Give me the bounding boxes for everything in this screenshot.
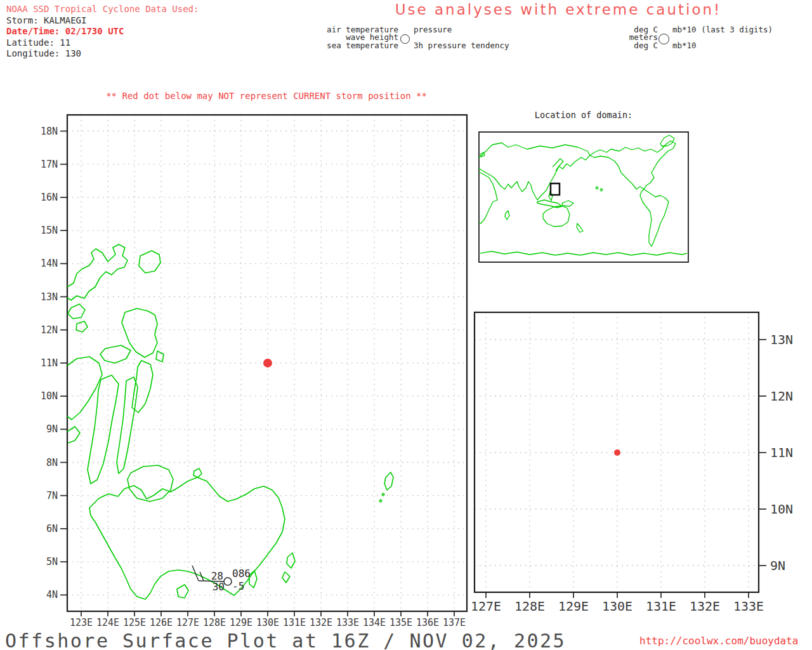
lat-tick-label: 5N [46,556,58,567]
lat-tick-label: 10N [41,390,58,402]
coastline [282,572,290,583]
coastline [67,244,128,300]
coastline [382,493,384,496]
lat-tick-label: 16N [41,192,58,203]
lon-tick-label: 127E [471,599,501,614]
inset-title: Location of domain: [479,110,688,120]
offshore-surface-plot-page: NOAA SSD Tropical Cyclone Data Used: Sto… [0,0,812,650]
lat-tick-label: 13N [770,332,793,347]
world-coastline [562,201,573,206]
lon-tick-label: 137E [443,617,466,628]
world-inset-map [469,124,698,270]
lon-tick-label: 133E [733,599,764,614]
coastline [177,585,188,598]
lat-tick-label: 11N [41,357,58,369]
lon-tick-label: 131E [283,617,306,628]
lat-tick-label: 8N [46,457,58,468]
world-coastline [505,211,509,220]
world-coastline [590,141,676,189]
coastline [76,321,88,332]
lon-tick-label: 124E [96,617,119,628]
station-pressure: 086 [232,567,251,580]
world-coastline [479,172,497,223]
lat-tick-label: 11N [770,445,793,460]
world-coastline [480,251,687,255]
station-circle [224,578,232,585]
world-coastline [577,223,583,232]
lat-tick-label: 13N [41,291,58,303]
lon-tick-label: 128E [203,617,226,628]
station-legend-fields-right: pressure 3h pressure tendency [414,26,509,50]
lat-tick-label: 10N [770,501,793,517]
header-source-line: NOAA SSD Tropical Cyclone Data Used: [6,4,199,15]
lon-tick-label: 129E [230,617,252,628]
header-latitude-line: Latitude: 11 [6,37,70,49]
lon-tick-label: 125E [123,617,146,628]
lat-tick-label: 4N [46,589,58,600]
lat-tick-label: 18N [41,126,58,137]
coastline [193,468,202,477]
lat-tick-label: 17N [41,159,58,170]
coastline [287,553,295,568]
lon-tick-label: 127E [176,617,199,628]
lon-tick-label: 129E [558,599,589,614]
world-coastline [600,189,603,191]
world-coastline [660,135,674,146]
lat-tick-label: 7N [46,490,58,501]
coastline [379,500,382,502]
units-legend-left: deg C meters deg C [596,26,658,50]
world-coastline [640,189,669,246]
lon-tick-label: 136E [416,617,439,628]
header-storm-line: Storm: KALMAEGI [6,15,86,27]
coastline [384,472,393,490]
lat-tick-label: 9N [46,423,58,435]
domain-rectangle [551,183,560,195]
coastline [139,251,160,273]
coastline [68,304,85,319]
header-longitude-line: Longitude: 130 [6,48,81,60]
units-legend-right: mb*10 (last 3 digits) mb*10 [672,26,773,50]
lat-tick-label: 14N [41,258,58,269]
lat-tick-label: 12N [770,388,793,404]
lon-tick-label: 132E [310,617,332,628]
lat-tick-label: 9N [770,558,785,573]
plot-title: Offshore Surface Plot at 16Z / NOV 02, 2… [5,630,566,650]
storm-position-dot [263,359,272,368]
header-datetime-line: Date/Time: 02/1730 UTC [6,26,124,37]
inset-border [479,132,688,262]
world-coastline [596,187,598,189]
world-coastline [543,206,570,227]
zoom-map: 127E128E129E130E131E132E133E13N12N11N10N… [463,298,812,622]
lon-tick-label: 128E [514,599,545,614]
coastline [122,308,157,357]
caution-banner: Use analyses with extreme caution! [381,1,736,18]
units-circle-icon [658,34,669,44]
lon-tick-label: 132E [690,599,720,614]
lon-tick-label: 131E [646,599,676,614]
main-map: 123E124E125E126E127E128E129E130E131E132E… [0,89,482,635]
coastline [100,345,131,363]
lon-tick-label: 130E [602,599,632,614]
lon-tick-label: 130E [256,617,279,628]
lat-tick-label: 12N [41,324,58,336]
coastline [156,351,164,362]
station-sea-temp: 30 [213,581,225,593]
storm-position-dot [614,449,620,456]
lon-tick-label: 135E [390,617,412,628]
lon-tick-label: 133E [336,617,359,628]
station-legend-fields-left: air temperature wave height sea temperat… [285,26,398,50]
station-circle-icon [400,34,410,44]
source-url-link[interactable]: http://coolwx.com/buoydata [639,635,798,647]
lon-tick-label: 126E [150,617,173,628]
station-pressure-tendency: -5 [232,580,244,592]
lon-tick-label: 134E [363,617,386,628]
lat-tick-label: 15N [41,225,58,236]
lon-tick-label: 123E [70,617,93,628]
lat-tick-label: 6N [46,523,58,534]
